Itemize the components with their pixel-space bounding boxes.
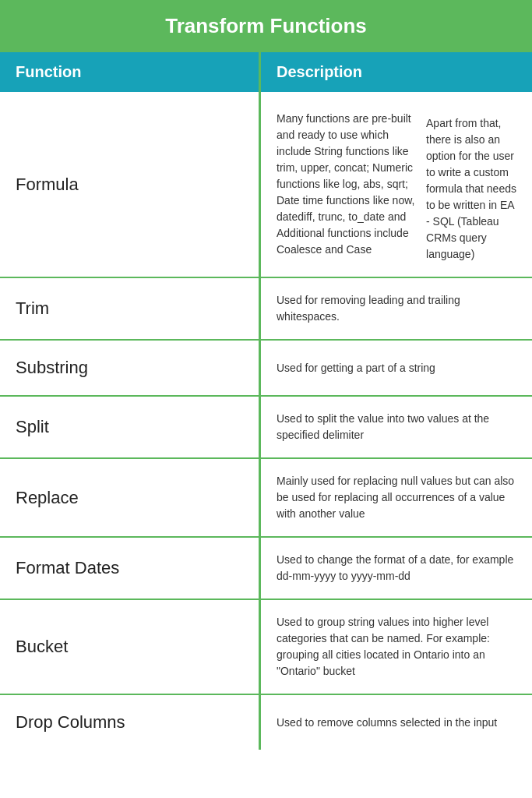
- description-cell: Used for getting a part of a string: [261, 341, 532, 395]
- table-row: ReplaceMainly used for replacing null va…: [0, 459, 532, 538]
- table-header: Function Description: [0, 52, 532, 92]
- description-cell: Used to group string values into higher …: [261, 600, 532, 694]
- function-cell: Substring: [0, 341, 261, 395]
- function-cell: Formula: [0, 92, 261, 277]
- table-row: BucketUsed to group string values into h…: [0, 600, 532, 695]
- table-row: SplitUsed to split the value into two va…: [0, 397, 532, 459]
- description-cell: Mainly used for replacing null values bu…: [261, 459, 532, 536]
- table-row: Format DatesUsed to change the format of…: [0, 538, 532, 600]
- description-cell: Used to change the format of a date, for…: [261, 538, 532, 598]
- table-body: FormulaMany functions are pre-built and …: [0, 92, 532, 750]
- function-column-header: Function: [0, 52, 261, 92]
- table-row: FormulaMany functions are pre-built and …: [0, 92, 532, 278]
- function-cell: Replace: [0, 459, 261, 536]
- description-cell: Many functions are pre-built and ready t…: [261, 92, 532, 277]
- description-cell: Used to remove columns selected in the i…: [261, 695, 532, 750]
- function-cell: Trim: [0, 278, 261, 339]
- function-cell: Bucket: [0, 600, 261, 694]
- page-wrapper: Transform Functions Function Description…: [0, 0, 532, 750]
- table-container: Function Description FormulaMany functio…: [0, 52, 532, 750]
- function-cell: Drop Columns: [0, 695, 261, 750]
- function-cell: Format Dates: [0, 538, 261, 598]
- table-row: SubstringUsed for getting a part of a st…: [0, 341, 532, 397]
- page-title: Transform Functions: [0, 0, 532, 52]
- table-row: TrimUsed for removing leading and traili…: [0, 278, 532, 341]
- description-cell: Used to split the value into two values …: [261, 397, 532, 457]
- description-column-header: Description: [261, 52, 532, 92]
- description-paragraph: Many functions are pre-built and ready t…: [277, 111, 426, 258]
- function-cell: Split: [0, 397, 261, 457]
- description-paragraph: Apart from that, there is also an option…: [426, 115, 516, 263]
- description-cell: Used for removing leading and trailing w…: [261, 278, 532, 339]
- table-row: Drop ColumnsUsed to remove columns selec…: [0, 695, 532, 750]
